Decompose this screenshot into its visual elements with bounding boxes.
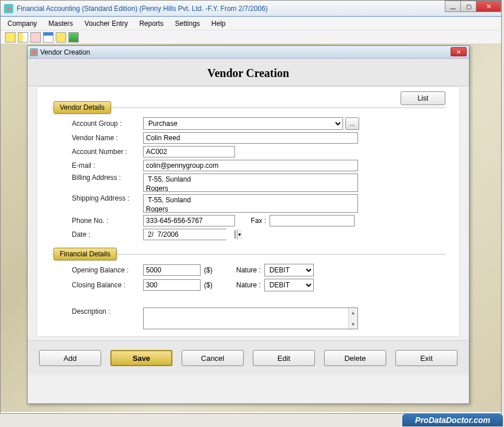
fax-label: Fax : bbox=[235, 217, 270, 225]
title-bar: Financial Accounting (Standard Edition) … bbox=[1, 1, 501, 17]
phone-label: Phone No. : bbox=[72, 217, 143, 225]
menu-voucher-entry[interactable]: Voucher Entry bbox=[84, 20, 128, 28]
vendor-creation-dialog: Vendor Creation ✕ Vendor Creation List V… bbox=[27, 45, 470, 404]
financial-details-group: Financial Details Opening Balance : ($) … bbox=[51, 254, 445, 298]
calendar-icon bbox=[234, 230, 236, 238]
toolbar bbox=[1, 30, 501, 44]
vendor-name-label: Vendor Name : bbox=[72, 134, 143, 142]
main-window: Financial Accounting (Standard Edition) … bbox=[0, 0, 502, 414]
minimize-button[interactable] bbox=[445, 1, 461, 12]
phone-input[interactable] bbox=[143, 215, 235, 226]
toolbar-icon-1[interactable] bbox=[5, 32, 16, 43]
description-input[interactable] bbox=[144, 308, 348, 328]
content-area: Vendor Creation ✕ Vendor Creation List V… bbox=[1, 44, 501, 412]
opening-balance-input[interactable] bbox=[143, 264, 201, 276]
brand-footer: ProDataDoctor.com bbox=[402, 414, 503, 426]
vendor-details-legend: Vendor Details bbox=[53, 101, 111, 114]
shipping-address-input[interactable]: T-55, Sunland Rogers bbox=[143, 194, 358, 213]
add-button[interactable]: Add bbox=[39, 350, 101, 366]
account-number-input[interactable] bbox=[143, 146, 235, 157]
nature2-label: Nature : bbox=[213, 281, 264, 289]
app-icon bbox=[4, 4, 13, 13]
dialog-title-bar: Vendor Creation ✕ bbox=[28, 46, 469, 59]
exit-button[interactable]: Exit bbox=[395, 350, 457, 366]
email-label: E-mail : bbox=[72, 161, 143, 170]
description-wrapper: ▲ ▼ bbox=[143, 307, 358, 329]
date-label: Date : bbox=[72, 230, 143, 238]
toolbar-icon-5[interactable] bbox=[56, 32, 66, 43]
nature1-label: Nature : bbox=[213, 266, 264, 274]
edit-button[interactable]: Edit bbox=[253, 350, 315, 366]
email-input[interactable] bbox=[143, 160, 358, 171]
account-group-browse-button[interactable]: ... bbox=[345, 117, 359, 130]
account-group-label: Account Group : bbox=[72, 120, 143, 128]
dialog-icon bbox=[30, 48, 38, 56]
billing-address-label: Billing Address : bbox=[72, 174, 143, 182]
description-label: Description : bbox=[72, 307, 143, 329]
financial-details-legend: Financial Details bbox=[53, 248, 117, 260]
billing-address-input[interactable]: T-55, Sunland Rogers bbox=[143, 174, 358, 192]
menu-masters[interactable]: Masters bbox=[48, 20, 73, 28]
window-title: Financial Accounting (Standard Edition) … bbox=[17, 5, 268, 13]
list-button[interactable]: List bbox=[401, 91, 445, 105]
menu-bar: Company Masters Voucher Entry Reports Se… bbox=[1, 17, 501, 30]
scroll-up-icon[interactable]: ▲ bbox=[349, 308, 357, 317]
close-button[interactable] bbox=[476, 1, 501, 12]
nature2-select[interactable]: DEBIT bbox=[264, 279, 314, 291]
date-picker[interactable] bbox=[143, 229, 226, 240]
description-scrollbar[interactable]: ▲ ▼ bbox=[348, 308, 357, 329]
closing-balance-label: Closing Balance : bbox=[72, 281, 143, 289]
delete-button[interactable]: Delete bbox=[324, 350, 386, 366]
window-controls bbox=[445, 1, 501, 12]
description-row: Description : ▲ ▼ bbox=[37, 303, 459, 332]
shipping-address-label: Shipping Address : bbox=[72, 194, 143, 202]
dialog-close-button[interactable]: ✕ bbox=[451, 47, 467, 56]
nature1-select[interactable]: DEBIT bbox=[264, 264, 314, 276]
opening-balance-label: Opening Balance : bbox=[72, 266, 143, 274]
opening-currency: ($) bbox=[204, 266, 213, 274]
menu-company[interactable]: Company bbox=[7, 20, 37, 28]
account-group-select[interactable]: Purchase bbox=[143, 117, 343, 130]
menu-settings[interactable]: Settings bbox=[175, 20, 199, 28]
toolbar-icon-3[interactable] bbox=[30, 32, 41, 43]
dialog-body: Vendor Creation List Vendor Details Acco… bbox=[28, 59, 469, 375]
closing-currency: ($) bbox=[204, 281, 213, 289]
form-area: List Vendor Details Account Group : Purc… bbox=[37, 86, 460, 337]
toolbar-icon-2[interactable] bbox=[18, 32, 28, 43]
vendor-name-input[interactable] bbox=[143, 132, 358, 144]
dialog-heading: Vendor Creation bbox=[28, 59, 469, 86]
save-button[interactable]: Save bbox=[110, 350, 172, 366]
fax-input[interactable] bbox=[270, 215, 355, 226]
closing-balance-input[interactable] bbox=[143, 279, 201, 291]
menu-help[interactable]: Help bbox=[211, 20, 226, 28]
maximize-button[interactable] bbox=[460, 1, 476, 12]
scroll-down-icon[interactable]: ▼ bbox=[349, 320, 357, 329]
toolbar-icon-6[interactable] bbox=[68, 32, 79, 43]
cancel-button[interactable]: Cancel bbox=[182, 350, 244, 366]
vendor-details-group: Vendor Details Account Group : Purchase … bbox=[51, 107, 445, 247]
dialog-title-text: Vendor Creation bbox=[40, 48, 90, 56]
button-row: Add Save Cancel Edit Delete Exit bbox=[28, 340, 469, 375]
menu-reports[interactable]: Reports bbox=[139, 20, 163, 28]
toolbar-icon-4[interactable] bbox=[43, 32, 53, 43]
account-number-label: Account Number : bbox=[72, 148, 143, 156]
date-input[interactable] bbox=[144, 229, 234, 240]
date-dropdown-icon[interactable] bbox=[237, 229, 242, 240]
